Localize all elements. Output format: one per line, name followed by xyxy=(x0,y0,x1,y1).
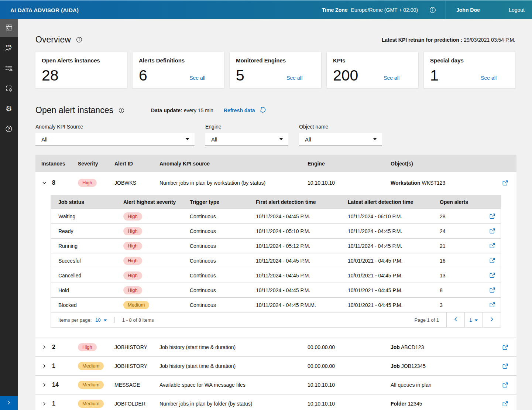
chevron-left-icon xyxy=(453,317,459,323)
alert-definitions-icon xyxy=(4,64,13,74)
latest-detection-time: 10/01/2021 - 04:45 P.M. xyxy=(348,258,440,264)
instances-count: 1 xyxy=(52,363,55,369)
object-cell: Folder 12345 xyxy=(391,401,495,407)
timezone-value: Europe/Rome (GMT + 02:00) xyxy=(351,7,418,13)
job-status: Blocked xyxy=(58,302,123,308)
svg-text:123,: 123, xyxy=(6,44,12,48)
sidebar-item-help[interactable]: ? xyxy=(0,121,18,139)
column-header: Object(s) xyxy=(391,161,495,167)
data-update-text: Data update: every 15 min xyxy=(151,107,213,113)
see-all-link[interactable]: See all xyxy=(481,75,497,81)
page-count-text: Page 1 of 1 xyxy=(415,312,447,327)
chevron-right-icon[interactable] xyxy=(41,382,47,387)
sidebar-item-dashboard[interactable] xyxy=(0,19,18,37)
filter-dropdown[interactable]: All xyxy=(205,133,288,146)
open-alerts-count: 28 xyxy=(440,213,484,219)
prev-page-button[interactable] xyxy=(446,312,464,327)
launch-icon[interactable] xyxy=(502,382,508,388)
object-cell: All queues in plan xyxy=(391,382,495,388)
trigger-type: Continuous xyxy=(190,273,256,279)
chevron-right-icon xyxy=(489,317,495,323)
severity-badge: High xyxy=(123,286,142,294)
alert-row: 2 High JOBHISTORY Job history (start tim… xyxy=(35,338,516,357)
latest-detection-time: 10/01/2021 - 04:45 P.M. xyxy=(348,302,440,308)
sidebar-item-alert-definitions[interactable] xyxy=(0,60,18,78)
nested-column-header: First alert detection time xyxy=(256,199,348,205)
filter-engine: Engine All xyxy=(205,124,288,146)
severity-badge: High xyxy=(123,212,142,221)
caret-down-icon xyxy=(373,138,377,141)
items-per-page-select[interactable]: 10 xyxy=(95,317,107,323)
sidebar-item-kpi-trend[interactable]: 123, xyxy=(0,40,18,57)
launch-icon[interactable] xyxy=(502,344,508,351)
engine-address: 00.00.00.00 xyxy=(308,363,391,369)
launch-icon[interactable] xyxy=(489,272,495,279)
severity-badge: High xyxy=(78,343,97,351)
dropdown-value: All xyxy=(41,136,48,143)
trigger-type: Continuous xyxy=(190,287,256,293)
launch-icon[interactable] xyxy=(502,401,508,407)
column-header: Severity xyxy=(78,161,114,167)
see-all-link[interactable]: See all xyxy=(189,75,205,81)
alerts-header: Open alert instances Data update: every … xyxy=(35,105,515,115)
refresh-data-button[interactable]: Refresh data xyxy=(224,106,266,115)
instances-count: 8 xyxy=(52,180,55,186)
logout-button[interactable]: Logout xyxy=(509,7,532,13)
latest-detection-time: 10/01/2021 - 04:45 P.M. xyxy=(348,287,440,293)
sidebar-expand-button[interactable] xyxy=(0,396,18,410)
data-update-label: Data update: xyxy=(151,107,182,113)
nested-table-row: Waiting High Continuous 10/11/2024 - 04:… xyxy=(51,209,501,224)
chevron-right-icon[interactable] xyxy=(41,345,47,350)
kpi-retrain-label: Latest KPI retrain for prediction : xyxy=(382,37,463,43)
launch-icon[interactable] xyxy=(502,363,508,369)
next-page-button[interactable] xyxy=(483,312,501,327)
severity-badge: High xyxy=(78,179,97,187)
card-title: Special days xyxy=(430,57,509,64)
see-all-link[interactable]: See all xyxy=(384,75,399,81)
alerts-info-icon[interactable] xyxy=(119,107,124,113)
caret-down-icon xyxy=(103,317,107,323)
filter-dropdown[interactable]: All xyxy=(35,133,195,146)
job-status: Hold xyxy=(58,287,123,293)
engine-address: 00.00.00.00 xyxy=(308,344,391,350)
overview-card-alerts-definitions: Alerts Definitions 6 See all xyxy=(133,52,224,88)
chevron-right-icon[interactable] xyxy=(41,401,47,406)
card-value: 200 xyxy=(333,68,358,83)
launch-icon[interactable] xyxy=(489,257,495,264)
sidebar-item-settings-gear[interactable]: ⚙ xyxy=(0,100,18,118)
launch-icon[interactable] xyxy=(489,287,495,293)
nested-table-row: Cancelled High Continuous 10/11/2024 - 0… xyxy=(51,268,501,283)
page-select[interactable]: 1 xyxy=(464,312,483,327)
card-value: 6 xyxy=(139,68,147,83)
caret-down-icon xyxy=(185,138,189,141)
alert-id: JOBFOLDER xyxy=(114,401,159,407)
overview-info-icon[interactable] xyxy=(76,37,82,43)
open-alerts-count: 3 xyxy=(440,302,484,308)
timezone-info-icon[interactable] xyxy=(429,7,436,13)
sidebar-item-engine-config[interactable] xyxy=(0,80,18,98)
anomaly-kpi-source: Available space for WA message files xyxy=(159,382,308,388)
chevron-right-icon[interactable] xyxy=(41,363,47,369)
launch-icon[interactable] xyxy=(502,180,508,186)
anomaly-kpi-source: Number jobs in plan by folder (by status… xyxy=(159,401,308,407)
instances-count: 14 xyxy=(52,382,59,388)
caret-down-icon xyxy=(474,317,478,323)
user-name: John Doe xyxy=(446,7,480,13)
latest-detection-time: 10/11/2024 - 04:45 P.M. xyxy=(348,228,440,234)
nested-column-header: Alert highest severity xyxy=(123,199,190,205)
kpi-trend-icon: 123, xyxy=(4,43,14,54)
timezone-label: Time Zone xyxy=(322,7,348,13)
launch-icon[interactable] xyxy=(489,213,495,219)
launch-icon[interactable] xyxy=(489,243,495,249)
filter-dropdown[interactable]: All xyxy=(299,133,382,146)
filter-label: Engine xyxy=(205,124,288,130)
chevron-down-icon[interactable] xyxy=(41,180,47,185)
launch-icon[interactable] xyxy=(489,228,495,234)
see-all-link[interactable]: See all xyxy=(286,75,302,81)
alert-row: 1 Medium JOBFOLDER Number jobs in plan b… xyxy=(35,394,516,410)
open-alerts-count: 13 xyxy=(440,273,484,279)
first-detection-time: 10/11/2024 - 04:45 P.M. xyxy=(256,273,348,279)
open-alerts-count: 16 xyxy=(440,258,484,264)
launch-icon[interactable] xyxy=(489,302,495,308)
column-header: Anomaly KPI source xyxy=(159,161,308,167)
